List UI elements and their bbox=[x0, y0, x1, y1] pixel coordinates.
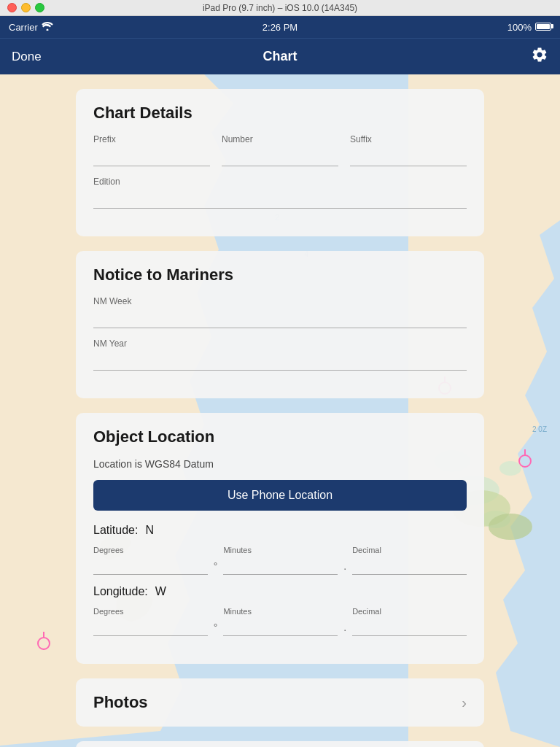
longitude-direction: W bbox=[155, 585, 166, 598]
longitude-fields: Degrees ° Minutes . Decimal bbox=[93, 607, 467, 636]
lat-sep1: ° bbox=[214, 560, 218, 575]
lat-decimal-label: Decimal bbox=[352, 546, 467, 554]
lat-minutes-label: Minutes bbox=[223, 546, 338, 554]
prefix-field-group: Prefix bbox=[93, 134, 210, 166]
nm-year-field-group: NM Year bbox=[93, 338, 467, 371]
photos-title: Photos bbox=[93, 693, 148, 712]
nm-year-label: NM Year bbox=[93, 338, 467, 349]
object-location-card: Object Location Location is WGS84 Datum … bbox=[76, 413, 484, 664]
lat-degrees-group: Degrees bbox=[93, 546, 208, 575]
lon-minutes-group: Minutes bbox=[223, 607, 338, 636]
lat-decimal-group: Decimal bbox=[352, 546, 467, 575]
lon-minutes-label: Minutes bbox=[223, 607, 338, 616]
traffic-lights bbox=[7, 3, 44, 12]
status-left: Carrier bbox=[9, 22, 53, 33]
status-center: 2:26 PM bbox=[262, 22, 298, 33]
edition-input[interactable] bbox=[93, 190, 467, 209]
longitude-row: Longitude: W bbox=[93, 585, 467, 598]
suffix-input[interactable] bbox=[350, 147, 467, 166]
supporting-information-card: Supporting Information Observation bbox=[76, 741, 484, 747]
nm-week-label: NM Week bbox=[93, 296, 467, 306]
nm-week-field-group: NM Week bbox=[93, 296, 467, 328]
suffix-label: Suffix bbox=[350, 134, 467, 144]
lat-minutes-input[interactable] bbox=[223, 557, 338, 575]
gear-icon[interactable] bbox=[531, 46, 548, 68]
nm-week-input[interactable] bbox=[93, 309, 467, 328]
title-bar: iPad Pro (9.7 inch) – iOS 10.0 (14A345) bbox=[0, 0, 560, 16]
location-subtitle: Location is WGS84 Datum bbox=[93, 458, 467, 470]
latitude-direction: N bbox=[145, 524, 154, 537]
lon-decimal-group: Decimal bbox=[352, 607, 467, 636]
latitude-row: Latitude: N bbox=[93, 524, 467, 537]
window-title: iPad Pro (9.7 inch) – iOS 10.0 (14A345) bbox=[203, 3, 357, 13]
suffix-field-group: Suffix bbox=[350, 134, 467, 166]
edition-label: Edition bbox=[93, 177, 467, 187]
minimize-button[interactable] bbox=[21, 3, 31, 12]
edition-field-group: Edition bbox=[93, 177, 467, 209]
lat-degrees-input[interactable] bbox=[93, 557, 208, 575]
lat-decimal-input[interactable] bbox=[352, 557, 467, 575]
chart-prefix-number-suffix-row: Prefix Number Suffix bbox=[93, 134, 467, 166]
lon-degrees-group: Degrees bbox=[93, 607, 208, 636]
maximize-button[interactable] bbox=[35, 3, 44, 12]
prefix-input[interactable] bbox=[93, 147, 210, 166]
lat-minutes-group: Minutes bbox=[223, 546, 338, 575]
battery-percent: 100% bbox=[508, 22, 532, 33]
lat-sep2: . bbox=[343, 560, 346, 575]
chart-details-card: Chart Details Prefix Number Suffix Editi… bbox=[76, 89, 484, 236]
lon-decimal-label: Decimal bbox=[352, 607, 467, 616]
latitude-fields: Degrees ° Minutes . Decimal bbox=[93, 546, 467, 575]
close-button[interactable] bbox=[7, 3, 17, 12]
photos-card[interactable]: Photos › bbox=[76, 678, 484, 727]
nav-bar: Done Chart bbox=[0, 38, 560, 74]
latitude-label: Latitude: bbox=[93, 524, 138, 537]
photos-chevron-icon: › bbox=[462, 694, 467, 711]
number-field-group: Number bbox=[222, 134, 338, 166]
nm-year-input[interactable] bbox=[93, 352, 467, 371]
nav-title: Chart bbox=[262, 49, 297, 64]
lon-minutes-input[interactable] bbox=[223, 618, 338, 636]
use-phone-location-button[interactable]: Use Phone Location bbox=[93, 480, 467, 511]
scroll-content[interactable]: Chart Details Prefix Number Suffix Editi… bbox=[0, 74, 560, 747]
object-location-title: Object Location bbox=[93, 427, 467, 446]
number-label: Number bbox=[222, 134, 338, 144]
lon-decimal-input[interactable] bbox=[352, 618, 467, 636]
time-label: 2:26 PM bbox=[262, 22, 298, 33]
lon-sep2: . bbox=[343, 622, 346, 636]
chart-details-title: Chart Details bbox=[93, 104, 467, 123]
prefix-label: Prefix bbox=[93, 134, 210, 144]
status-right: 100% bbox=[508, 22, 551, 33]
number-input[interactable] bbox=[222, 147, 338, 166]
wifi-icon bbox=[42, 22, 53, 33]
lon-degrees-input[interactable] bbox=[93, 618, 208, 636]
longitude-label: Longitude: bbox=[93, 585, 148, 598]
lat-degrees-label: Degrees bbox=[93, 546, 208, 554]
done-button[interactable]: Done bbox=[12, 50, 42, 64]
lon-sep1: ° bbox=[214, 622, 218, 636]
carrier-label: Carrier bbox=[9, 22, 38, 33]
notice-to-mariners-title: Notice to Mariners bbox=[93, 266, 467, 285]
status-bar: Carrier 2:26 PM 100% bbox=[0, 16, 560, 38]
battery-icon bbox=[535, 22, 551, 33]
notice-to-mariners-card: Notice to Mariners NM Week NM Year bbox=[76, 251, 484, 398]
lon-degrees-label: Degrees bbox=[93, 607, 208, 616]
